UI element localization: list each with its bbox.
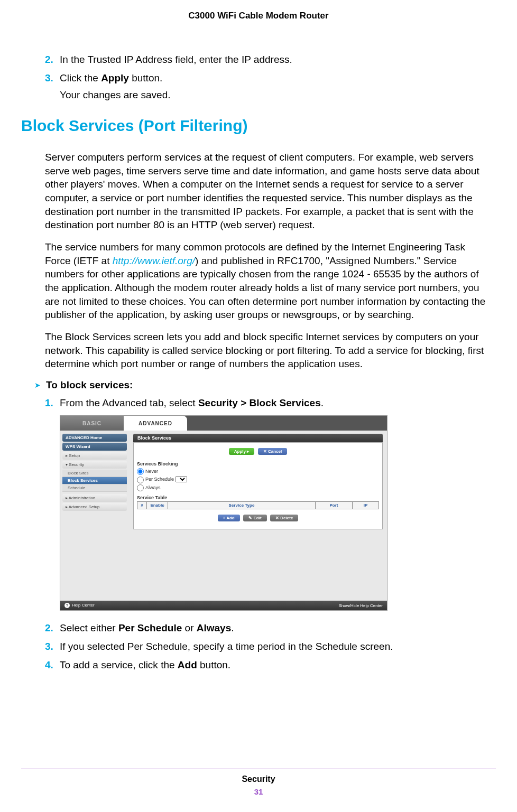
step-text: If you selected Per Schedule, specify a … [60, 640, 493, 654]
help-icon: ? [64, 603, 70, 608]
panel-title: Block Services [133, 434, 383, 442]
paragraph-2: The service numbers for many common prot… [45, 240, 493, 322]
show-hide-help[interactable]: Show/Hide Help Center [338, 603, 383, 608]
step-text: In the Trusted IP Address field, enter t… [60, 53, 493, 67]
step-2: 2. Select either Per Schedule or Always. [45, 621, 493, 636]
help-center[interactable]: ?Help Center [64, 603, 95, 608]
paragraph-3: The Block Services screen lets you add a… [45, 330, 493, 371]
footer-section-label: Security [0, 774, 517, 784]
nav-advanced-setup[interactable]: ▸ Advanced Setup [62, 503, 127, 511]
step-number: 3. [45, 71, 60, 86]
procedure-title: To block services: [46, 379, 133, 391]
ss-main-panel: Block Services Apply ▸ ✕ Cancel Services… [129, 431, 387, 601]
tab-basic[interactable]: BASIC [60, 416, 124, 431]
nav-administration[interactable]: ▸ Administration [62, 494, 127, 502]
radio-never[interactable]: Never [137, 468, 379, 475]
paragraph-1: Server computers perform services at the… [45, 151, 493, 232]
apply-button[interactable]: Apply ▸ [229, 448, 254, 455]
ss-sidebar: ADVANCED Home WPS Wizard ▸ Setup ▾ Secur… [60, 431, 129, 601]
services-blocking-label: Services Blocking [137, 461, 379, 466]
ietf-link[interactable]: http://www.ietf.org/ [113, 255, 195, 266]
nav-security[interactable]: ▾ Security [62, 461, 127, 469]
cancel-button[interactable]: ✕ Cancel [258, 448, 287, 455]
step-number: 1. [45, 396, 60, 410]
step-text: Select either Per Schedule or Always. [60, 621, 493, 636]
nav-wps-wizard[interactable]: WPS Wizard [62, 443, 127, 451]
nav-advanced-home[interactable]: ADVANCED Home [62, 434, 127, 442]
section-heading: Block Services (Port Filtering) [21, 117, 493, 135]
tab-advanced[interactable]: ADVANCED [124, 416, 187, 431]
ss-tab-bar: BASIC ADVANCED [60, 416, 387, 431]
step-number: 3. [45, 640, 60, 654]
procedure-heading: ➤ To block services: [34, 379, 493, 391]
radio-never-input[interactable] [137, 468, 144, 475]
th-service-type: Service Type [168, 501, 316, 509]
schedule-select[interactable] [176, 476, 187, 482]
step-1: 1. From the Advanced tab, select Securit… [45, 396, 493, 410]
edit-button[interactable]: ✎ Edit [243, 515, 266, 521]
radio-per-schedule[interactable]: Per Schedule [137, 475, 379, 483]
nav-block-sites[interactable]: Block Sites [62, 470, 127, 477]
th-num: # [137, 501, 147, 509]
radio-always-input[interactable] [137, 484, 144, 491]
radio-always[interactable]: Always [137, 484, 379, 492]
step-text: To add a service, click the Add button. [60, 658, 493, 673]
screenshot-block-services: BASIC ADVANCED ADVANCED Home WPS Wizard … [60, 415, 387, 611]
th-ip: IP [353, 501, 379, 509]
page-header: C3000 WiFi Cable Modem Router [21, 11, 496, 21]
step-number: 2. [45, 53, 60, 67]
add-button[interactable]: + Add [218, 515, 240, 521]
service-table: # Enable Service Type Port IP [137, 501, 379, 509]
step-number: 4. [45, 658, 60, 673]
arrow-icon: ➤ [34, 381, 41, 389]
page-footer: Security 31 [0, 769, 517, 796]
page-number: 31 [0, 787, 517, 796]
th-enable: Enable [147, 501, 168, 509]
step-text: Click the Apply button. [60, 71, 493, 86]
ss-footer: ?Help Center Show/Hide Help Center [60, 601, 387, 610]
th-port: Port [316, 501, 353, 509]
service-table-label: Service Table [137, 495, 379, 500]
radio-per-schedule-input[interactable] [137, 477, 144, 483]
delete-button[interactable]: ✕ Delete [270, 515, 298, 521]
step-3: 3. If you selected Per Schedule, specify… [45, 640, 493, 654]
nav-setup[interactable]: ▸ Setup [62, 452, 127, 460]
step-text: From the Advanced tab, select Security >… [60, 396, 493, 410]
footer-divider [21, 769, 496, 769]
nav-schedule[interactable]: Schedule [62, 484, 127, 492]
step-2-top: 2. In the Trusted IP Address field, ente… [45, 53, 493, 67]
nav-block-services[interactable]: Block Services [62, 477, 127, 484]
step-number: 2. [45, 621, 60, 636]
step-result: Your changes are saved. [60, 89, 493, 101]
step-4: 4. To add a service, click the Add butto… [45, 658, 493, 673]
step-3-top: 3. Click the Apply button. [45, 71, 493, 86]
